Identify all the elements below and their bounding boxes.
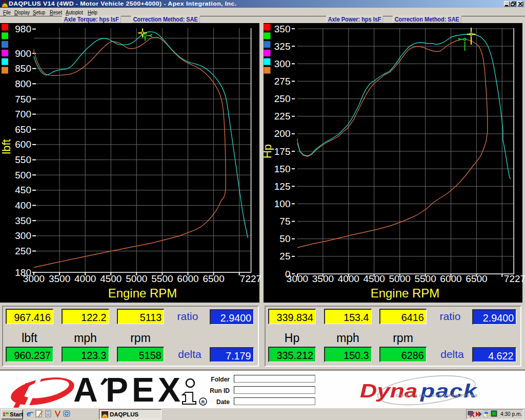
svg-text:900: 900 [15, 48, 31, 59]
svg-text:400: 400 [15, 200, 31, 211]
svg-text:4500: 4500 [100, 273, 122, 284]
svg-text:Engine RPM: Engine RPM [108, 286, 177, 300]
svg-text:DYNAMOMETERS: DYNAMOMETERS [432, 393, 478, 398]
svg-text:6000: 6000 [177, 273, 198, 284]
svg-text:200: 200 [274, 128, 291, 139]
svg-text:4500: 4500 [364, 273, 385, 284]
svg-text:325: 325 [274, 41, 291, 52]
svg-text:lbft: lbft [0, 139, 13, 154]
svg-text:175: 175 [274, 146, 291, 157]
svg-text:7227: 7227 [240, 273, 261, 284]
svg-text:5500: 5500 [414, 273, 436, 284]
svg-text:700: 700 [15, 109, 31, 119]
svg-text:300: 300 [15, 230, 31, 241]
svg-text:5500: 5500 [151, 273, 173, 284]
svg-text:pack: pack [420, 380, 477, 402]
svg-text:750: 750 [15, 94, 31, 105]
svg-text:Engine RPM: Engine RPM [371, 286, 440, 300]
svg-text:R: R [201, 399, 205, 405]
svg-text:350: 350 [15, 215, 31, 226]
svg-text:6500: 6500 [203, 273, 224, 284]
svg-text:3000: 3000 [287, 273, 308, 284]
svg-text:275: 275 [274, 76, 291, 87]
svg-text:6500: 6500 [466, 273, 487, 284]
svg-text:800: 800 [15, 78, 31, 89]
svg-text:3500: 3500 [49, 273, 70, 284]
svg-text:7227: 7227 [504, 273, 525, 284]
svg-text:4000: 4000 [74, 273, 96, 284]
svg-text:300: 300 [274, 58, 291, 69]
svg-text:3500: 3500 [312, 273, 334, 284]
svg-text:125: 125 [274, 181, 291, 192]
svg-text:75: 75 [279, 216, 290, 227]
svg-text:250: 250 [274, 93, 291, 104]
svg-text:100: 100 [274, 198, 291, 209]
svg-text:Hp: Hp [261, 144, 274, 158]
svg-text:25: 25 [279, 251, 290, 262]
svg-text:250: 250 [15, 246, 31, 256]
svg-text:550: 550 [15, 154, 31, 165]
svg-text:Dyna: Dyna [360, 380, 417, 402]
svg-text:450: 450 [15, 185, 31, 195]
svg-text:4000: 4000 [338, 273, 359, 284]
svg-text:5000: 5000 [389, 273, 411, 284]
svg-text:50: 50 [279, 233, 290, 244]
svg-text:6000: 6000 [440, 273, 461, 284]
svg-text:5000: 5000 [126, 273, 147, 284]
svg-text:PEX: PEX [106, 371, 184, 409]
svg-text:500: 500 [15, 170, 31, 181]
svg-text:850: 850 [15, 63, 31, 74]
svg-text:350: 350 [274, 24, 291, 34]
svg-text:3000: 3000 [23, 273, 45, 284]
svg-text:150: 150 [274, 164, 291, 174]
svg-text:A: A [73, 371, 98, 409]
svg-text:600: 600 [15, 139, 31, 150]
svg-text:225: 225 [274, 111, 291, 122]
svg-text:CHASSIS: CHASSIS [396, 393, 427, 398]
svg-text:980: 980 [15, 24, 31, 34]
svg-text:650: 650 [15, 124, 31, 135]
